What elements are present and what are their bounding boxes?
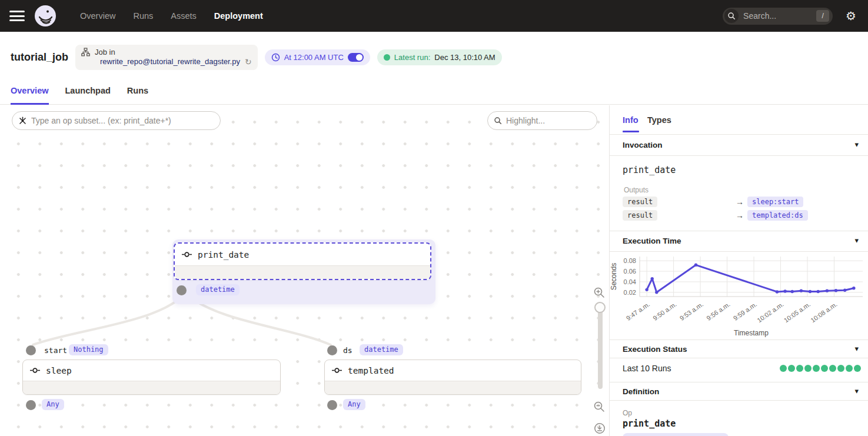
svg-text:9:47 a.m.: 9:47 a.m. [625, 301, 651, 322]
output-target-link[interactable]: sleep:start [747, 197, 803, 207]
input-handle[interactable] [26, 345, 36, 355]
op-details-panel: Info Types Invocation ▾ print_date Outpu… [609, 105, 868, 436]
invocation-op-name: print_date [623, 165, 676, 175]
job-location-pill[interactable]: Job in rewrite_repo@tutorial_rewrite_dag… [75, 45, 258, 70]
caret-down-icon[interactable]: ▾ [854, 140, 859, 149]
top-nav-right: / ⚙ [723, 8, 868, 25]
op-node-print-date[interactable]: print_date [174, 242, 431, 280]
run-status-dot[interactable] [813, 365, 820, 372]
svg-text:9:50 a.m.: 9:50 a.m. [651, 301, 677, 322]
run-status-dot[interactable] [821, 365, 828, 372]
reset-view-icon[interactable] [594, 422, 606, 434]
nav-item-assets[interactable]: Assets [171, 11, 197, 21]
reload-repo-icon[interactable]: ↻ [245, 57, 252, 66]
op-node-title: templated [348, 366, 394, 375]
panel-tab-types[interactable]: Types [647, 115, 671, 125]
highlight-filter[interactable] [487, 111, 597, 130]
output-name-chip: result [623, 197, 657, 207]
op-node-title: sleep [46, 366, 72, 375]
schedule-label: At 12:00 AM UTC [284, 53, 344, 62]
output-type-chip[interactable]: datetime [196, 284, 240, 295]
caret-down-icon[interactable]: ▾ [854, 344, 859, 353]
tab-runs[interactable]: Runs [127, 82, 148, 105]
top-nav-bar: Overview Runs Assets Deployment / ⚙ [0, 0, 868, 32]
schedule-toggle[interactable] [348, 53, 364, 62]
output-type-chip[interactable]: Any [343, 399, 365, 410]
op-config-strip [23, 381, 280, 394]
run-status-dot[interactable] [796, 365, 803, 372]
repo-link[interactable]: rewrite_repo@tutorial_rewrite_dagster.py [100, 57, 240, 66]
menu-icon[interactable] [9, 11, 25, 21]
op-icon [332, 367, 342, 374]
tab-overview[interactable]: Overview [11, 82, 49, 105]
output-handle[interactable] [26, 400, 36, 410]
last-10-runs-dots [779, 364, 861, 374]
run-status-dot[interactable] [780, 365, 787, 372]
op-subset-filter[interactable] [12, 111, 221, 130]
op-graph-canvas[interactable]: print_date datetime start Nothing sleep … [0, 105, 609, 436]
run-status-dot[interactable] [804, 365, 812, 372]
output-target-link[interactable]: templated:ds [747, 210, 808, 221]
nav-item-deployment[interactable]: Deployment [214, 11, 263, 21]
run-status-dot[interactable] [854, 365, 861, 372]
caret-down-icon[interactable]: ▾ [854, 236, 859, 245]
zoom-slider-track[interactable] [598, 305, 603, 389]
op-config-strip [175, 265, 430, 279]
input-name-label: ds [343, 346, 352, 355]
caret-down-icon[interactable]: ▾ [854, 387, 859, 395]
section-header-execution-status[interactable]: Execution Status [623, 345, 687, 354]
tab-launchpad[interactable]: Launchpad [65, 82, 111, 105]
input-handle[interactable] [327, 345, 337, 355]
op-node-templated[interactable]: templated [324, 360, 581, 395]
dagster-logo[interactable] [34, 5, 56, 27]
svg-text:10:05 a.m.: 10:05 a.m. [783, 301, 812, 324]
zoom-out-icon[interactable] [593, 401, 605, 412]
clock-icon [271, 53, 280, 62]
outputs-label: Outputs [624, 186, 648, 194]
global-search[interactable]: / [723, 8, 833, 25]
svg-text:10:08 a.m.: 10:08 a.m. [809, 301, 838, 324]
op-node-sleep[interactable]: sleep [22, 360, 281, 395]
nav-item-runs[interactable]: Runs [133, 11, 153, 21]
definition-kind-label: Op [623, 409, 632, 417]
latest-run-badge[interactable]: Latest run: Dec 13, 10:10 AM [377, 49, 502, 65]
section-header-definition[interactable]: Definition [623, 387, 659, 396]
search-icon [724, 9, 739, 23]
run-status-dot[interactable] [788, 365, 795, 372]
op-subset-input[interactable] [31, 116, 214, 125]
input-type-chip[interactable]: datetime [360, 344, 403, 355]
nav-item-overview[interactable]: Overview [80, 11, 115, 21]
zoom-in-icon[interactable] [593, 287, 605, 298]
latest-run-time: Dec 13, 10:10 AM [434, 53, 495, 62]
job-pill-prefix: Job in [95, 48, 115, 56]
run-status-dot[interactable] [829, 365, 836, 372]
svg-text:Seconds: Seconds [610, 263, 618, 291]
latest-run-label: Latest run: [394, 53, 430, 62]
definition-chip-partial[interactable] [623, 433, 729, 436]
section-header-execution-time[interactable]: Execution Time [623, 237, 681, 245]
execution-time-chart: 0.020.040.060.089:47 a.m.9:50 a.m.9:53 a… [610, 253, 867, 339]
run-status-dot[interactable] [846, 365, 853, 372]
section-header-invocation[interactable]: Invocation [623, 141, 663, 149]
gear-icon[interactable]: ⚙ [846, 10, 856, 22]
panel-tab-info[interactable]: Info [623, 115, 638, 125]
svg-text:9:53 a.m.: 9:53 a.m. [679, 301, 704, 322]
zoom-slider-knob[interactable] [594, 302, 606, 313]
dagster-logo-icon [34, 5, 56, 27]
arrow-right-icon: → [736, 197, 744, 207]
input-type-chip[interactable]: Nothing [69, 344, 108, 355]
highlight-input[interactable] [506, 116, 591, 125]
output-handle[interactable] [327, 400, 337, 410]
search-input[interactable] [739, 11, 816, 21]
schedule-badge[interactable]: At 12:00 AM UTC [265, 49, 370, 65]
output-name-chip: result [623, 210, 657, 221]
svg-text:Timestamp: Timestamp [734, 329, 769, 337]
op-icon [182, 251, 192, 258]
output-type-chip[interactable]: Any [42, 399, 64, 410]
job-graph-icon [81, 48, 90, 56]
output-handle[interactable] [177, 285, 187, 295]
execution-time-chart-svg: 0.020.040.060.089:47 a.m.9:50 a.m.9:53 a… [610, 253, 867, 339]
search-icon [494, 117, 502, 125]
run-status-dot[interactable] [837, 365, 844, 372]
definition-op-name: print_date [623, 418, 676, 429]
